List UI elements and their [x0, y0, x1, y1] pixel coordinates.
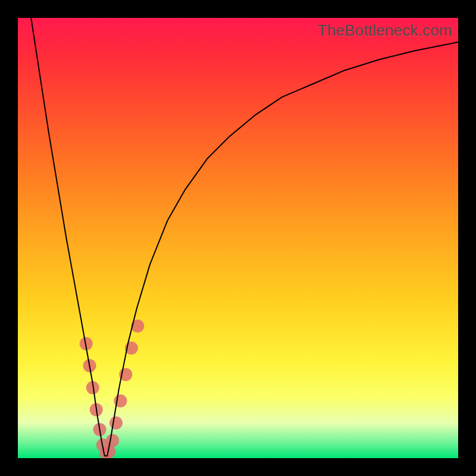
highlight-dots-group — [80, 320, 145, 458]
highlight-dot — [106, 434, 119, 447]
chart-frame: TheBottleneck.com — [0, 0, 476, 476]
highlight-dot — [109, 416, 123, 430]
chart-plot-area: TheBottleneck.com — [18, 18, 458, 458]
chart-svg — [18, 18, 458, 458]
